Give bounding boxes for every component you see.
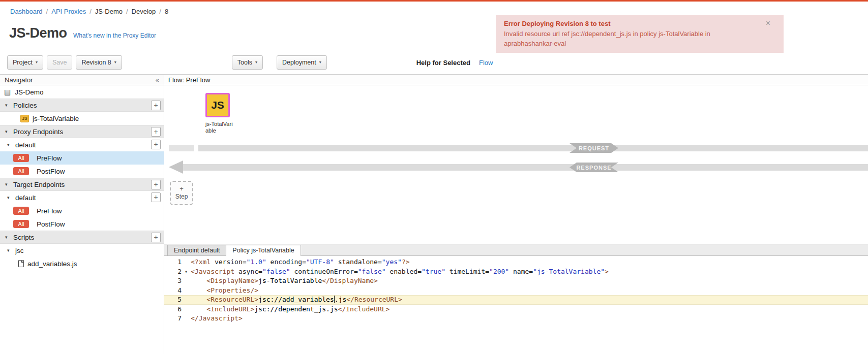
code-text: </Javascript> [191, 314, 243, 324]
project-button[interactable]: Project ▾ [7, 55, 43, 70]
js-policy-node-icon[interactable]: JS [205, 93, 230, 117]
tab-policy-js-totalvariable[interactable]: Policy js-TotalVariable [226, 245, 301, 256]
response-label: RESPONSE [570, 163, 618, 172]
section-label: Policies [13, 102, 37, 109]
close-icon[interactable]: × [766, 19, 770, 27]
sidebar-item-label: PreFlow [37, 154, 62, 162]
add-flow-button[interactable]: + [151, 140, 161, 149]
sidebar-item-proxy-root[interactable]: ▤ JS-Demo [0, 85, 164, 99]
sidebar-section-policies[interactable]: ▾ Policies + [0, 99, 164, 112]
sidebar-item-target-preflow[interactable]: All PreFlow [0, 204, 164, 217]
collapse-icon[interactable]: « [156, 76, 159, 84]
breadcrumb-separator: / [89, 8, 92, 15]
section-label: Proxy Endpoints [13, 128, 63, 136]
code-line[interactable]: 4 <Properties/> [164, 286, 868, 296]
policy-node-js-totalvariable[interactable]: JS js-TotalVariable [205, 93, 244, 134]
sidebar-item-target-default[interactable]: ▾ default + [0, 191, 164, 204]
all-badge: All [13, 220, 29, 228]
code-text: <IncludeURL>jsc://dependent_js.js</Inclu… [191, 305, 390, 314]
code-line[interactable]: 6 <IncludeURL>jsc://dependent_js.js</Inc… [164, 305, 868, 314]
whats-new-link[interactable]: What's new in the Proxy Editor [73, 32, 156, 39]
tab-endpoint-default[interactable]: Endpoint default [167, 245, 226, 255]
fold-icon[interactable]: ▾ [182, 267, 191, 277]
sidebar-item-label: JS-Demo [15, 88, 43, 96]
sidebar-item-target-postflow[interactable]: All PostFlow [0, 217, 164, 231]
all-badge: All [13, 167, 29, 175]
chevron-down-icon[interactable]: ▾ [5, 235, 12, 240]
sidebar-item-label: jsc [15, 247, 24, 254]
revision-button[interactable]: Revision 8 ▾ [76, 55, 122, 70]
sidebar-item-proxy-preflow[interactable]: All PreFlow [0, 151, 164, 165]
error-banner: Error Deploying Revision 8 to test Inval… [496, 15, 784, 53]
sidebar-item-label: default [15, 141, 36, 149]
add-flow-button[interactable]: + [151, 192, 161, 202]
help-for-selected-label: Help for Selected [416, 59, 470, 67]
fold-gutter [182, 276, 191, 286]
breadcrumb-dashboard[interactable]: Dashboard [10, 8, 43, 15]
line-number: 4 [164, 286, 182, 296]
revision-button-label: Revision 8 [81, 59, 111, 66]
sidebar-item-add-variables-js[interactable]: add_variables.js [0, 257, 164, 270]
error-banner-message: Invalid resource url ref jsc://dependent… [504, 29, 761, 48]
code-text: <DisplayName>js-TotalVariable</DisplayNa… [191, 276, 378, 286]
code-line[interactable]: 5 <ResourceURL>jsc://add_variables.js</R… [164, 295, 868, 305]
fold-gutter [182, 295, 191, 305]
code-editor-panel: Endpoint default Policy js-TotalVariable… [164, 244, 868, 354]
code-editor[interactable]: 1<?xml version="1.0" encoding="UTF-8" st… [164, 256, 868, 354]
deployment-button-label: Deployment [282, 59, 316, 66]
sidebar-item-label: PostFlow [37, 168, 65, 175]
chevron-down-icon[interactable]: ▾ [5, 103, 12, 108]
error-banner-title: Error Deploying Revision 8 to test [504, 20, 761, 27]
request-flow-stub [169, 145, 194, 151]
caret-down-icon: ▾ [255, 60, 257, 65]
deployment-button[interactable]: Deployment ▾ [277, 55, 327, 70]
chevron-down-icon[interactable]: ▾ [7, 195, 14, 200]
file-icon [18, 260, 24, 267]
toolbar: Project ▾ Save Revision 8 ▾ Tools ▾ Depl… [0, 51, 868, 75]
fold-gutter [182, 258, 191, 267]
code-text: <?xml version="1.0" encoding="UTF-8" sta… [191, 258, 410, 267]
sidebar-section-scripts[interactable]: ▾ Scripts + [0, 231, 164, 244]
code-line[interactable]: 2▾<Javascript async="false" continueOnEr… [164, 267, 868, 277]
add-target-endpoint-button[interactable]: + [151, 180, 161, 189]
fold-gutter [182, 305, 191, 314]
add-step-button[interactable]: + Step [170, 181, 193, 205]
save-button[interactable]: Save [47, 55, 73, 70]
caret-down-icon: ▾ [114, 60, 116, 65]
sidebar-item-jsc-folder[interactable]: ▾ jsc [0, 244, 164, 257]
sidebar-item-label: js-TotalVariable [33, 115, 79, 122]
breadcrumb-api-proxies[interactable]: API Proxies [51, 8, 86, 15]
sidebar-item-label: PreFlow [37, 207, 62, 215]
sidebar-item-js-totalvariable[interactable]: JS js-TotalVariable [0, 112, 164, 125]
flow-canvas[interactable]: JS js-TotalVariable REQUEST RESPONSE + S… [164, 85, 868, 244]
chevron-down-icon[interactable]: ▾ [7, 248, 14, 253]
code-text: <Properties/> [191, 286, 258, 296]
add-policy-button[interactable]: + [151, 101, 161, 110]
chevron-down-icon[interactable]: ▾ [7, 142, 14, 147]
all-badge: All [13, 154, 29, 162]
chevron-down-icon[interactable]: ▾ [5, 129, 12, 134]
add-script-button[interactable]: + [151, 233, 161, 242]
sidebar-item-proxy-default[interactable]: ▾ default + [0, 138, 164, 151]
sidebar-item-proxy-postflow[interactable]: All PostFlow [0, 165, 164, 178]
policy-node-label: js-TotalVariable [205, 121, 234, 134]
help-flow-link[interactable]: Flow [479, 59, 493, 67]
caret-down-icon: ▾ [319, 60, 321, 65]
tools-button[interactable]: Tools ▾ [232, 55, 263, 70]
code-line[interactable]: 7</Javascript> [164, 314, 868, 324]
plus-icon: + [179, 186, 184, 192]
code-line[interactable]: 3 <DisplayName>js-TotalVariable</Display… [164, 276, 868, 286]
sidebar-section-proxy-endpoints[interactable]: ▾ Proxy Endpoints + [0, 125, 164, 138]
sidebar-item-label: add_variables.js [27, 260, 77, 268]
workspace: Navigator « ▤ JS-Demo ▾ Policies + JS js… [0, 75, 868, 354]
page-title: JS-Demo [9, 25, 67, 41]
response-arrowhead-icon [169, 160, 183, 174]
request-flow-bar [198, 145, 868, 151]
line-number: 2 [164, 267, 182, 277]
add-proxy-endpoint-button[interactable]: + [151, 127, 161, 137]
navigator-title: Navigator [5, 76, 33, 84]
flow-title: Flow: PreFlow [164, 75, 868, 85]
chevron-down-icon[interactable]: ▾ [5, 182, 12, 187]
sidebar-section-target-endpoints[interactable]: ▾ Target Endpoints + [0, 178, 164, 191]
code-line[interactable]: 1<?xml version="1.0" encoding="UTF-8" st… [164, 258, 868, 267]
